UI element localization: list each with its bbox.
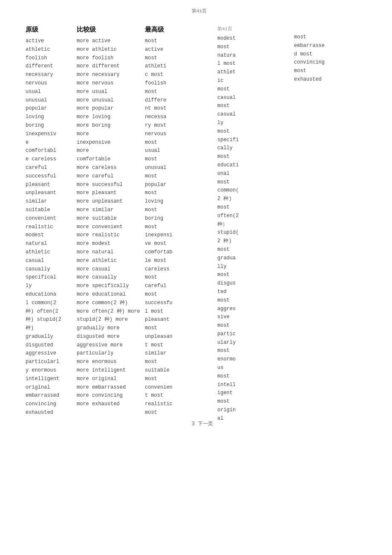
page-number: 3 bbox=[192, 421, 195, 427]
col3-most-careless: careless bbox=[145, 265, 200, 274]
col3-most-nervous: nervous bbox=[145, 130, 200, 139]
col1-unusual: unusual bbox=[26, 96, 72, 105]
col1-suitable: suitable bbox=[26, 206, 72, 215]
col1-inexpensive2: e bbox=[26, 139, 72, 147]
col2-more-educational: more educational bbox=[77, 291, 141, 299]
col2-more-loving: more loving bbox=[77, 113, 141, 122]
col1-often: 种) often(2 bbox=[26, 308, 72, 316]
r1-cally: cally bbox=[217, 144, 290, 153]
col2-more-usual: more usual bbox=[77, 88, 141, 96]
col2-more-athletic: more athletic bbox=[77, 46, 141, 54]
col2-more-gradually: gradually more bbox=[77, 324, 141, 333]
r1-common2: 2 种) bbox=[217, 195, 290, 203]
col1-header: 原级 bbox=[26, 26, 72, 34]
col1-embarrassed: embarrassed bbox=[26, 392, 72, 400]
r1-specifi: specifi bbox=[217, 136, 290, 145]
r1-most11: most bbox=[217, 322, 290, 330]
col1-realistic: realistic bbox=[26, 223, 72, 232]
r1-often2: 种） bbox=[217, 221, 290, 229]
columns-wrapper: 原级 active athletic foolish different nec… bbox=[26, 26, 379, 423]
col3-header: 最高级 bbox=[145, 26, 200, 34]
r1-igent: igent bbox=[217, 389, 290, 398]
col1-similar: similar bbox=[26, 198, 72, 206]
r1-enormo: enormo bbox=[217, 355, 290, 364]
r1-ly: ly bbox=[217, 119, 290, 128]
col2-more-careful: more careful bbox=[77, 172, 141, 181]
header-label: 第41页 bbox=[192, 9, 207, 14]
col2-more-inexpensive2: inexpensive bbox=[77, 139, 141, 147]
col2-more-convincing: more convincing bbox=[77, 392, 141, 400]
col3-most-suitable1: most bbox=[145, 358, 200, 366]
main-table: 原级 active athletic foolish different nec… bbox=[26, 26, 213, 423]
col3-most-inexpensive2: inexpensi bbox=[145, 231, 200, 240]
col2-more-similar: more similar bbox=[77, 206, 141, 215]
col2-more-unusual: more unusual bbox=[77, 96, 141, 105]
r1-athlet: athlet bbox=[217, 68, 290, 77]
col3-most-convenient1: most bbox=[145, 375, 200, 384]
col3-most-different2: differe bbox=[145, 96, 200, 105]
col2-more-convenient: more convenient bbox=[77, 223, 141, 232]
col1-unpleasant: unpleasant bbox=[26, 189, 72, 198]
r1-educati: educati bbox=[217, 161, 290, 170]
col1-intelligent: intelligent bbox=[26, 375, 72, 384]
r1-casual2: casual bbox=[217, 110, 290, 119]
col1-nervous: nervous bbox=[26, 79, 72, 88]
col3-most-popular1: most bbox=[145, 172, 200, 181]
col3-most-popular2: popular bbox=[145, 181, 200, 189]
col3-most-loving2: loving bbox=[145, 198, 200, 206]
col2-more-disgusted: disgusted more bbox=[77, 333, 141, 341]
col1-comfortable: comfortabl bbox=[26, 147, 72, 155]
col1-athletic2: athletic bbox=[26, 248, 72, 257]
r1-most8: most bbox=[217, 246, 290, 254]
col2-more-suitable: more suitable bbox=[77, 215, 141, 223]
col1-necessary: necessary bbox=[26, 71, 72, 79]
r2-embarrasse: embarrasse bbox=[294, 42, 366, 50]
col3-most-inexpensive3: ve most bbox=[145, 240, 200, 248]
r2-d-most: d most bbox=[294, 50, 366, 59]
col2-more-inexpensive1: more bbox=[77, 130, 141, 139]
col2-more-foolish: more foolish bbox=[77, 54, 141, 63]
col2-more-careless: more careless bbox=[77, 164, 141, 172]
col1-athletic: athletic bbox=[26, 46, 72, 54]
r1-natura: natura bbox=[217, 52, 290, 60]
col3-most-successful1: most bbox=[145, 291, 200, 299]
col3-most-athletic1: most bbox=[145, 54, 200, 63]
col2-more-unpleasant: more unpleasant bbox=[77, 198, 141, 206]
col1-popular: popular bbox=[26, 105, 72, 113]
col3-most-usual1: most bbox=[145, 139, 200, 147]
r1-stupid2: 2 种) bbox=[217, 237, 290, 246]
col3-most-unpleasant3: t most bbox=[145, 341, 200, 350]
col3-most-last: most bbox=[145, 409, 200, 417]
col1-aggressive: aggressive bbox=[26, 349, 72, 358]
r1-most14: most bbox=[217, 398, 290, 406]
r1-common1: common( bbox=[217, 186, 290, 195]
col3-most-realistic: realistic bbox=[145, 400, 200, 409]
r1-partic: partic bbox=[217, 330, 290, 339]
r1-disgus: disgus bbox=[217, 279, 290, 288]
col3-most-unpleasant1: most bbox=[145, 324, 200, 333]
r2-exhausted: exhausted bbox=[294, 76, 366, 84]
r1-most5: most bbox=[217, 153, 290, 161]
col2-more-active: more active bbox=[77, 37, 141, 46]
col2-more-boring: more boring bbox=[77, 122, 141, 130]
col1-active: active bbox=[26, 37, 72, 46]
col2-more-common: more common(2 种) bbox=[77, 299, 141, 308]
col1-different: different bbox=[26, 62, 72, 71]
col2-more-natural: more natural bbox=[77, 248, 141, 257]
col1-specifically2: ly bbox=[26, 282, 72, 291]
col3-most-active1: most bbox=[145, 37, 200, 46]
col3-most-unusual1: most bbox=[145, 155, 200, 164]
col1-inexpensive: inexpensiv bbox=[26, 130, 72, 139]
r1-lmost: l most bbox=[217, 60, 290, 68]
col2-more-often: more often(2 种) more bbox=[77, 308, 141, 316]
col2-more-athletic: more athletic bbox=[77, 257, 141, 265]
col3-most-comfortable2: le most bbox=[145, 257, 200, 265]
col1-common: l common(2 bbox=[26, 299, 72, 308]
page-number-area: 3 下一页 bbox=[192, 420, 213, 427]
r1-intell: intell bbox=[217, 381, 290, 389]
col1-exhausted: exhausted bbox=[26, 409, 72, 417]
col2-more-exhausted: more exhausted bbox=[77, 400, 141, 409]
col1-stupid: 种) stupid(2 bbox=[26, 316, 72, 324]
col3-most-suitable2: suitable bbox=[145, 366, 200, 375]
col1-casual: casual bbox=[26, 257, 72, 265]
